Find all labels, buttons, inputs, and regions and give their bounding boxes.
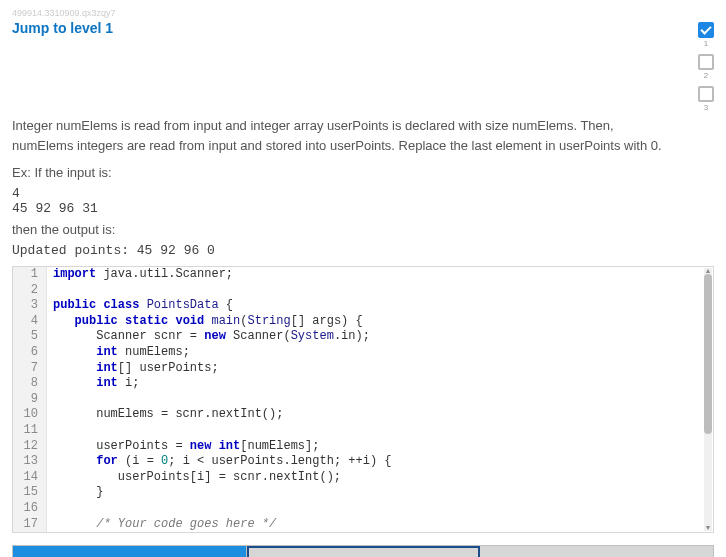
- code-text[interactable]: for (i = 0; i < userPoints.length; ++i) …: [47, 454, 392, 470]
- code-text[interactable]: int[] userPoints;: [47, 361, 219, 377]
- code-text[interactable]: }: [47, 485, 103, 501]
- line-number: 8: [13, 376, 47, 392]
- line-number: 1: [13, 267, 47, 283]
- line-number: 11: [13, 423, 47, 439]
- line-number: 4: [13, 314, 47, 330]
- scrollbar[interactable]: ▲ ▼: [704, 268, 712, 531]
- progress-check-2[interactable]: [698, 54, 714, 70]
- code-text[interactable]: numElems = scnr.nextInt();: [47, 407, 283, 423]
- progress-check-3[interactable]: [698, 86, 714, 102]
- code-line[interactable]: 10 numElems = scnr.nextInt();: [13, 407, 713, 423]
- example-output: Updated points: 45 92 96 0: [12, 243, 714, 258]
- code-text[interactable]: [47, 501, 53, 517]
- code-line[interactable]: 7 int[] userPoints;: [13, 361, 713, 377]
- tab-2[interactable]: 2: [247, 546, 481, 557]
- code-text[interactable]: public static void main(String[] args) {: [47, 314, 363, 330]
- tab-3[interactable]: 3: [480, 546, 713, 557]
- line-number: 2: [13, 283, 47, 299]
- example-input-line1: 4: [12, 186, 714, 201]
- jump-to-level-link[interactable]: Jump to level 1: [12, 20, 113, 36]
- code-text[interactable]: [47, 392, 53, 408]
- code-line[interactable]: 11: [13, 423, 713, 439]
- code-text[interactable]: Scanner scnr = new Scanner(System.in);: [47, 329, 370, 345]
- line-number: 16: [13, 501, 47, 517]
- code-line[interactable]: 16: [13, 501, 713, 517]
- code-line[interactable]: 2: [13, 283, 713, 299]
- code-text[interactable]: [47, 283, 53, 299]
- progress-check-label: 3: [704, 103, 708, 112]
- line-number: 6: [13, 345, 47, 361]
- code-line[interactable]: 9: [13, 392, 713, 408]
- code-editor[interactable]: 1import java.util.Scanner;23public class…: [12, 266, 714, 533]
- code-text[interactable]: public class PointsData {: [47, 298, 233, 314]
- scrollbar-thumb[interactable]: [704, 274, 712, 434]
- code-line[interactable]: 13 for (i = 0; i < userPoints.length; ++…: [13, 454, 713, 470]
- code-line[interactable]: 4 public static void main(String[] args)…: [13, 314, 713, 330]
- code-text[interactable]: import java.util.Scanner;: [47, 267, 233, 283]
- code-text[interactable]: userPoints[i] = scnr.nextInt();: [47, 470, 341, 486]
- meta-hash: 499914.3310909.qx3zqy7: [12, 8, 714, 18]
- example-input-line2: 45 92 96 31: [12, 201, 714, 216]
- code-text[interactable]: int numElems;: [47, 345, 190, 361]
- level-tabs: 123: [12, 545, 714, 557]
- progress-check-label: 1: [704, 39, 708, 48]
- code-text[interactable]: userPoints = new int[numElems];: [47, 439, 319, 455]
- code-line[interactable]: 8 int i;: [13, 376, 713, 392]
- code-line[interactable]: 3public class PointsData {: [13, 298, 713, 314]
- line-number: 7: [13, 361, 47, 377]
- code-line[interactable]: 6 int numElems;: [13, 345, 713, 361]
- line-number: 12: [13, 439, 47, 455]
- line-number: 10: [13, 407, 47, 423]
- line-number: 3: [13, 298, 47, 314]
- code-text[interactable]: [47, 423, 53, 439]
- code-line[interactable]: 5 Scanner scnr = new Scanner(System.in);: [13, 329, 713, 345]
- code-text[interactable]: int i;: [47, 376, 139, 392]
- code-text[interactable]: /* Your code goes here */: [47, 517, 276, 533]
- line-number: 5: [13, 329, 47, 345]
- code-line[interactable]: 17 /* Your code goes here */: [13, 517, 713, 533]
- problem-description: Integer numElems is read from input and …: [12, 116, 672, 155]
- line-number: 14: [13, 470, 47, 486]
- line-number: 15: [13, 485, 47, 501]
- progress-check-label: 2: [704, 71, 708, 80]
- line-number: 9: [13, 392, 47, 408]
- progress-checks: 123: [698, 20, 714, 112]
- line-number: 17: [13, 517, 47, 533]
- scroll-down-icon[interactable]: ▼: [704, 525, 712, 531]
- code-line[interactable]: 12 userPoints = new int[numElems];: [13, 439, 713, 455]
- code-line[interactable]: 1import java.util.Scanner;: [13, 267, 713, 283]
- example-input-label: Ex: If the input is:: [12, 165, 714, 180]
- code-line[interactable]: 15 }: [13, 485, 713, 501]
- line-number: 13: [13, 454, 47, 470]
- progress-check-1[interactable]: [698, 22, 714, 38]
- code-line[interactable]: 14 userPoints[i] = scnr.nextInt();: [13, 470, 713, 486]
- example-output-label: then the output is:: [12, 222, 714, 237]
- tab-1[interactable]: 1: [13, 546, 247, 557]
